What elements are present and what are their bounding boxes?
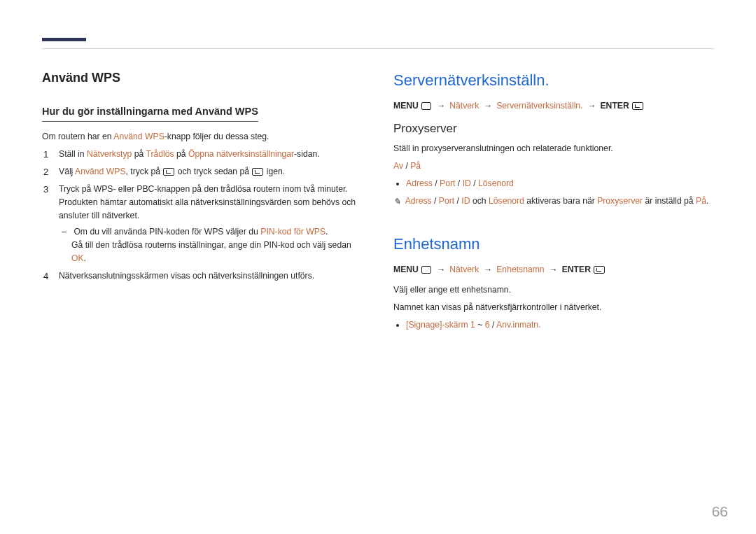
bc-menu: MENU	[393, 101, 419, 111]
step1-c: på	[174, 149, 188, 159]
enh-heading: Enhetsnamn	[393, 232, 714, 256]
section-divider	[42, 38, 86, 41]
proxy-id: ID	[463, 178, 471, 188]
note-port: Port	[439, 196, 454, 206]
wps-subheading: Hur du gör inställningarna med Använd WP…	[42, 104, 258, 122]
proxy-av: Av	[393, 161, 403, 171]
horizontal-rule	[42, 48, 714, 49]
proxy-port: Port	[440, 178, 455, 188]
arrow-icon: →	[484, 265, 492, 274]
proxy-losen: Lösenord	[478, 178, 514, 188]
step1-op: Öppna nätverksinställningar	[188, 149, 294, 159]
sig-b: 6	[485, 320, 490, 330]
wps-steps: Ställ in Nätverkstyp på Trådlös på Öppna…	[42, 148, 363, 282]
step3-dash-a: Om du vill använda PIN-koden för WPS väl…	[74, 227, 260, 237]
note-d: .	[706, 196, 708, 206]
step2-aw: Använd WPS	[75, 167, 125, 176]
step1-b: på	[132, 149, 146, 159]
proxy-list: Adress / Port / ID / Lösenord	[393, 177, 714, 190]
step3-pin: PIN-kod för WPS	[260, 227, 326, 237]
srv-breadcrumb: MENU → Nätverk → Servernätverksinställn.…	[393, 99, 714, 113]
step3-goto-a: Gå till den trådlösa routerns inställnin…	[71, 240, 351, 250]
left-column: Använd WPS Hur du gör inställningarna me…	[42, 69, 363, 335]
step1-nt: Nätverkstyp	[87, 149, 132, 159]
note-pa: På	[696, 196, 706, 206]
step3-ok: OK	[71, 253, 84, 263]
step4-text: Nätverksanslutningsskärmen visas och nät…	[59, 271, 314, 281]
enter-icon	[163, 168, 174, 176]
step-2: Välj Använd WPS, tryck på och tryck seda…	[42, 165, 363, 178]
note-icon: ✎	[393, 195, 400, 209]
proxy-note: ✎ Adress / Port / ID och Lösenord aktive…	[393, 195, 714, 209]
step3-goto-b: .	[84, 253, 86, 263]
proxy-heading: Proxyserver	[393, 120, 714, 138]
right-column: Servernätverksinställn. MENU → Nätverk →…	[393, 69, 714, 335]
proxy-fields: Adress / Port / ID / Lösenord	[406, 177, 714, 190]
signage-list: [Signage]-skärm 1 ~ 6 / Anv.inmatn.	[393, 318, 714, 332]
step1-d: -sidan.	[294, 149, 320, 159]
step-3: Tryck på WPS- eller PBC-knappen på den t…	[42, 183, 363, 265]
menu-icon	[421, 266, 431, 274]
wps-heading: Använd WPS	[42, 69, 363, 88]
proxy-av-pa: Av / På	[393, 160, 714, 173]
wps-intro: Om routern har en Använd WPS-knapp följe…	[42, 130, 363, 143]
signage-item: [Signage]-skärm 1 ~ 6 / Anv.inmatn.	[406, 318, 714, 332]
srv-heading: Servernätverksinställn.	[393, 69, 714, 92]
bc-enter: ENTER	[600, 101, 629, 111]
proxy-desc: Ställ in proxyserveranslutningen och rel…	[393, 142, 714, 155]
step1-tr: Trådlös	[146, 149, 174, 159]
step-3-sublist: Om du vill använda PIN-koden för WPS väl…	[59, 225, 363, 265]
arrow-icon: →	[437, 101, 445, 111]
sig-a: [Signage]-skärm 1	[406, 320, 475, 330]
bc-enter: ENTER	[562, 265, 591, 274]
enter-icon	[252, 168, 263, 176]
sig-c: Anv.inmatn.	[496, 320, 540, 330]
step2-c: och tryck sedan på	[175, 167, 251, 176]
note-adress: Adress	[405, 196, 432, 206]
step-1: Ställ in Nätverkstyp på Trådlös på Öppna…	[42, 148, 363, 161]
enter-icon	[594, 266, 605, 274]
arrow-icon: →	[549, 265, 557, 274]
arrow-icon: →	[437, 265, 445, 274]
intro-pre: Om routern har en	[42, 132, 113, 141]
step3-a: Tryck på WPS- eller PBC-knappen på den t…	[59, 184, 356, 220]
enh-p2: Namnet kan visas på nätverksfjärrkontrol…	[393, 301, 714, 314]
note-c: är inställd på	[643, 196, 696, 206]
note-losen: Lösenord	[489, 196, 524, 206]
step-4: Nätverksanslutningsskärmen visas och nät…	[42, 269, 363, 283]
proxy-adress: Adress	[406, 178, 433, 188]
bc-menu: MENU	[393, 265, 419, 274]
page-number: 66	[712, 503, 728, 520]
enter-icon	[632, 102, 643, 110]
step2-d: igen.	[264, 167, 285, 176]
sig-sep: /	[490, 320, 497, 330]
enh-p1: Välj eller ange ett enhetsnamn.	[393, 283, 714, 297]
note-id: ID	[461, 196, 470, 206]
enh-breadcrumb: MENU → Nätverk → Enhetsnamn → ENTER	[393, 263, 714, 276]
note-a: och	[470, 196, 489, 206]
proxy-pa: På	[410, 161, 421, 171]
intro-accent: Använd WPS	[113, 132, 164, 141]
step3-dash-b: .	[326, 227, 328, 237]
arrow-icon: →	[587, 101, 596, 111]
bc-natverk: Nätverk	[449, 101, 479, 111]
bc-enh: Enhetsnamn	[496, 265, 544, 274]
bc-natverk: Nätverk	[449, 265, 479, 274]
step-3-dash: Om du vill använda PIN-koden för WPS väl…	[71, 225, 363, 265]
step2-a: Välj	[59, 167, 75, 176]
menu-icon	[421, 102, 431, 110]
step2-b: , tryck på	[126, 167, 163, 176]
intro-post: -knapp följer du dessa steg.	[164, 132, 270, 141]
note-proxy: Proxyserver	[597, 196, 643, 206]
step1-a: Ställ in	[59, 149, 87, 159]
note-b: aktiveras bara när	[524, 196, 597, 206]
sig-mid: ~	[475, 320, 485, 330]
arrow-icon: →	[484, 101, 492, 111]
bc-srv: Servernätverksinställn.	[496, 101, 582, 111]
